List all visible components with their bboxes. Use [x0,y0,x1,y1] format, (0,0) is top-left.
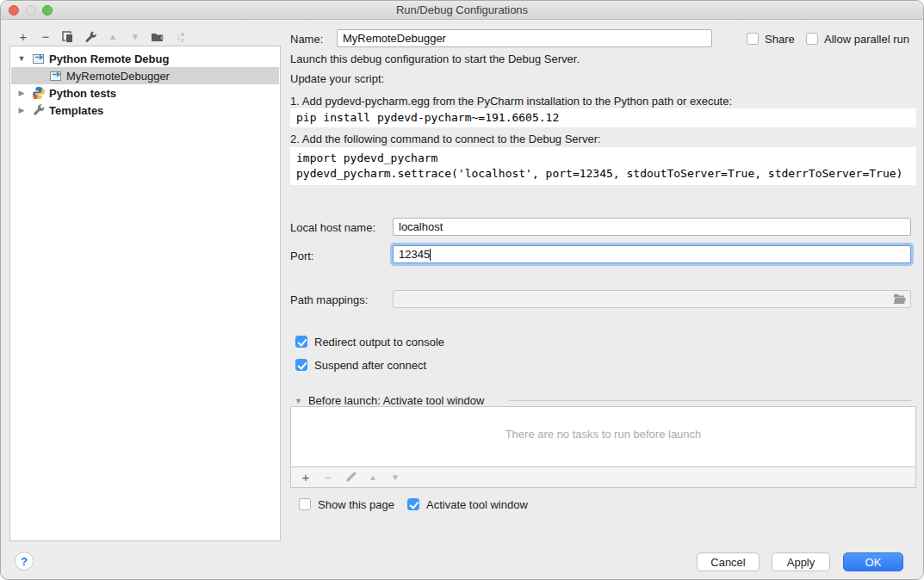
task-list-toolbar: + − ▲ ▼ [290,467,916,488]
allow-parallel-run-label: Allow parallel run [824,33,909,46]
help-button[interactable]: ? [15,552,34,571]
name-label: Name: [290,33,323,46]
add-task-button[interactable]: + [299,471,313,484]
new-folder-button[interactable] [151,30,164,44]
tree-item-myremotedebugger[interactable]: MyRemoteDebugger [11,67,279,84]
titlebar: Run/Debug Configurations [1,1,923,20]
show-this-page-label: Show this page [318,498,394,511]
up-arrow-icon: ▲ [369,471,377,484]
redirect-output-label: Redirect output to console [314,336,444,349]
code-import-line: import pydevd_pycharm [296,151,437,164]
suspend-after-connect-label: Suspend after connect [314,359,426,372]
local-host-name-label: Local host name: [290,221,375,234]
local-host-name-input[interactable] [393,218,911,236]
tree-item-label: Python Remote Debug [49,52,169,65]
tree-item-python-remote-debug[interactable]: ▼ Python Remote Debug [11,50,279,67]
edit-task-button[interactable] [344,471,357,484]
before-launch-header[interactable]: ▼ Before launch: Activate tool window [295,394,484,407]
allow-parallel-run-checkbox[interactable] [806,33,818,45]
remote-debug-icon [49,69,63,83]
tree-item-templates[interactable]: ▶ Templates [11,102,279,119]
before-launch-task-list: There are no tasks to run before launch [290,406,916,467]
chevron-collapsed-icon[interactable]: ▶ [16,89,27,97]
share-label: Share [765,33,795,46]
wrench-icon [84,31,97,44]
show-this-page-checkbox[interactable] [299,498,311,510]
configurations-toolbar: + − ▲ ▼ ↓ az [16,30,187,44]
share-checkbox[interactable] [747,33,759,45]
up-arrow-icon: ▲ [109,30,117,44]
sort-configurations-button[interactable]: ↓ az [173,30,187,44]
plus-icon: + [20,30,28,44]
move-task-up-button[interactable]: ▲ [366,471,380,484]
tree-item-label: MyRemoteDebugger [66,70,170,83]
path-mappings-label: Path mappings: [290,293,368,306]
sort-az-icon: ↓ az [176,30,184,44]
port-label: Port: [290,250,313,262]
code-settrace-line: pydevd_pycharm.settrace('localhost', por… [296,167,902,180]
new-folder-icon [151,31,164,43]
redirect-output-checkbox[interactable] [295,336,307,348]
remove-configuration-button[interactable]: − [39,30,53,44]
suspend-after-connect-checkbox[interactable] [295,359,307,371]
path-mappings-input[interactable] [393,290,911,308]
update-script-text: Update your script: [290,72,384,85]
run-debug-configurations-dialog: Run/Debug Configurations + − ▲ ▼ ↓ az ▼ [0,0,924,580]
section-collapse-icon[interactable]: ▼ [295,397,302,405]
intro-text: Launch this debug configuration to start… [290,52,580,65]
browse-folder-icon[interactable] [893,293,907,305]
settrace-code: import pydevd_pycharmpydevd_pycharm.sett… [290,147,916,185]
down-arrow-icon: ▼ [391,471,400,484]
move-up-button[interactable]: ▲ [106,30,120,44]
step2-text: 2. Add the following command to connect … [290,133,601,145]
copy-icon [62,31,74,43]
section-divider [509,400,911,401]
window-title: Run/Debug Configurations [1,3,923,16]
port-input[interactable] [393,245,911,263]
remote-debug-icon [32,52,46,65]
plus-icon: + [302,471,310,484]
minus-icon: − [42,30,50,44]
apply-button[interactable]: Apply [772,552,830,571]
activate-tool-window-label: Activate tool window [426,498,528,511]
copy-configuration-button[interactable] [61,30,75,44]
ok-button[interactable]: OK [843,552,903,571]
tree-item-python-tests[interactable]: ▶ Python tests [11,84,279,102]
templates-wrench-icon [32,103,46,117]
text-caret [430,249,431,261]
help-icon: ? [21,555,28,568]
activate-tool-window-checkbox[interactable] [407,498,419,510]
pip-install-code: pip install pydevd-pycharm~=191.6605.12 [290,108,916,127]
pencil-icon [345,472,357,483]
edit-templates-button[interactable] [84,30,97,44]
chevron-collapsed-icon[interactable]: ▶ [16,106,27,114]
step1-text: 1. Add pydevd-pycharm.egg from the PyCha… [290,95,732,108]
down-arrow-icon: ▼ [131,30,140,44]
minus-icon: − [325,471,332,484]
move-down-button[interactable]: ▼ [128,30,142,44]
before-launch-title: Before launch: Activate tool window [308,394,485,407]
cancel-button[interactable]: Cancel [697,552,760,571]
configurations-tree: ▼ Python Remote Debug MyRemoteDebugger ▶… [9,46,281,541]
name-input[interactable] [337,29,712,47]
chevron-expanded-icon[interactable]: ▼ [16,54,27,63]
remove-task-button[interactable]: − [321,471,335,484]
add-configuration-button[interactable]: + [16,30,30,44]
empty-task-message: There are no tasks to run before launch [291,428,915,441]
python-tests-icon [32,86,46,100]
move-task-down-button[interactable]: ▼ [388,471,402,484]
tree-item-label: Templates [49,104,103,117]
tree-item-label: Python tests [49,87,116,100]
